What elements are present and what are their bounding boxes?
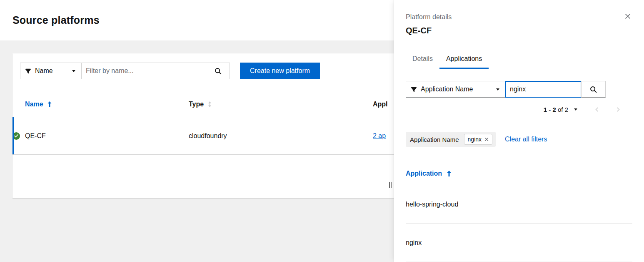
close-icon xyxy=(625,13,631,19)
name-filter-input[interactable] xyxy=(81,63,206,79)
drawer-pretitle: Platform details xyxy=(406,13,452,21)
pagination-range: 1 - 2 of 2 xyxy=(544,106,568,113)
sort-ascending-icon xyxy=(447,171,451,176)
active-filters: Application Name nginx Clear all filters xyxy=(406,132,632,147)
create-platform-button[interactable]: Create new platform xyxy=(240,63,320,79)
clear-all-filters-link[interactable]: Clear all filters xyxy=(505,136,547,143)
sort-ascending-icon xyxy=(47,101,52,107)
application-search-button[interactable] xyxy=(581,81,606,98)
platform-name: QE-CF xyxy=(25,132,46,140)
filter-attribute-select[interactable]: Name xyxy=(20,63,82,79)
applications-count-link[interactable]: 2 ap xyxy=(373,132,386,140)
name-filter-group: Name xyxy=(20,63,230,79)
chevron-right-icon xyxy=(615,106,621,113)
grip-icon xyxy=(389,182,390,188)
filter-chip: nginx xyxy=(464,134,492,145)
search-icon xyxy=(590,86,597,93)
pagination: 1 - 2 of 2 xyxy=(406,103,632,115)
chevron-down-icon xyxy=(72,70,75,72)
chip-label: nginx xyxy=(468,136,482,143)
application-row[interactable]: nginx xyxy=(406,224,632,262)
filter-attribute-label: Name xyxy=(35,67,68,75)
filter-chip-group: Application Name nginx xyxy=(406,132,496,147)
application-name-filter-input[interactable] xyxy=(505,81,582,98)
drawer-title: QE-CF xyxy=(406,26,632,35)
column-header-type[interactable]: Type xyxy=(189,101,373,108)
application-row[interactable]: hello-spring-cloud xyxy=(406,185,632,224)
pagination-menu-toggle[interactable] xyxy=(574,108,577,111)
close-icon xyxy=(484,137,489,141)
drawer-header: Platform details xyxy=(406,13,632,21)
application-filter-attribute-label: Application Name xyxy=(421,86,492,93)
search-icon xyxy=(215,68,222,75)
page-title: Source platforms xyxy=(12,14,100,26)
chevron-left-icon xyxy=(594,106,600,113)
sort-icon xyxy=(208,101,212,107)
drawer-resize-handle[interactable] xyxy=(387,179,394,190)
chevron-down-icon xyxy=(496,88,499,91)
column-header-name[interactable]: Name xyxy=(12,101,189,108)
remove-chip-button[interactable] xyxy=(484,137,489,141)
applications-toolbar: Application Name xyxy=(406,81,632,98)
close-drawer-button[interactable] xyxy=(623,12,632,21)
tab-applications[interactable]: Applications xyxy=(439,50,489,69)
platform-type-cell: cloudfoundry xyxy=(189,132,373,140)
column-header-application[interactable]: Application xyxy=(406,162,632,185)
drawer-tabs: Details Applications xyxy=(406,50,632,69)
next-page-button[interactable] xyxy=(609,103,627,115)
platform-name-cell: QE-CF xyxy=(12,132,189,140)
applications-table: Application hello-spring-cloud nginx xyxy=(406,162,632,262)
platform-details-drawer: Platform details QE-CF Details Applicati… xyxy=(394,0,644,262)
tab-details[interactable]: Details xyxy=(406,50,439,69)
application-filter-attribute-select[interactable]: Application Name xyxy=(406,81,506,98)
search-button[interactable] xyxy=(206,63,230,79)
selected-row-indicator xyxy=(12,117,14,154)
chip-category-label: Application Name xyxy=(410,136,459,143)
filter-icon xyxy=(25,68,31,74)
previous-page-button[interactable] xyxy=(588,103,606,115)
filter-icon xyxy=(411,87,417,92)
